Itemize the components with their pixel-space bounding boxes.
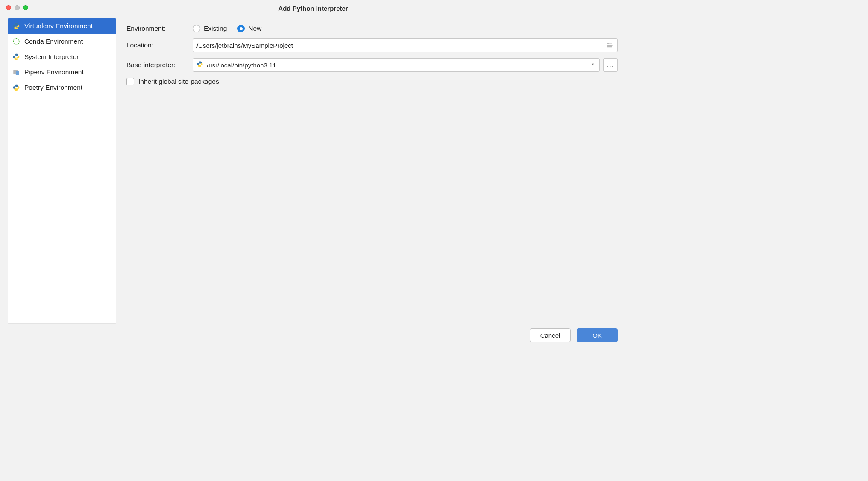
- environment-row: Environment: Existing New: [126, 25, 618, 32]
- location-row: Location:: [126, 38, 618, 52]
- cancel-button[interactable]: Cancel: [530, 328, 571, 342]
- minimize-window-button[interactable]: [15, 5, 20, 10]
- sidebar-item-label: Conda Environment: [24, 36, 83, 47]
- ellipsis-icon: ...: [607, 61, 614, 69]
- browse-interpreter-button[interactable]: ...: [603, 58, 618, 72]
- radio-existing[interactable]: Existing: [193, 25, 227, 32]
- radio-dot-icon: [193, 25, 200, 32]
- radio-dot-icon: [237, 25, 245, 32]
- form-panel: Environment: Existing New Location:: [116, 18, 626, 324]
- conda-icon: [12, 38, 20, 45]
- python-icon: [12, 84, 20, 91]
- environment-label: Environment:: [126, 25, 193, 32]
- titlebar: Add Python Interpreter: [0, 0, 626, 16]
- sidebar-item-label: System Interpreter: [24, 52, 79, 62]
- chevron-down-icon: [590, 61, 596, 69]
- location-input[interactable]: [196, 42, 605, 49]
- pipenv-icon: [12, 68, 20, 76]
- python-icon: [196, 61, 203, 69]
- folder-open-icon[interactable]: [605, 41, 614, 50]
- svg-point-0: [13, 38, 19, 44]
- sidebar-item-label: Pipenv Environment: [24, 67, 84, 77]
- ok-button[interactable]: OK: [577, 328, 618, 342]
- interpreter-type-sidebar: Virtualenv Environment Conda Environment…: [8, 18, 116, 324]
- base-interpreter-controls: /usr/local/bin/python3.11 ...: [193, 58, 618, 72]
- window-controls: [6, 5, 28, 10]
- sidebar-item-conda[interactable]: Conda Environment: [8, 34, 116, 49]
- python-icon: [12, 53, 20, 61]
- button-label: Cancel: [540, 332, 560, 339]
- sidebar-item-label: Poetry Environment: [24, 82, 82, 93]
- environment-radio-group: Existing New: [193, 25, 261, 32]
- maximize-window-button[interactable]: [23, 5, 28, 10]
- window-title: Add Python Interpreter: [278, 5, 348, 12]
- button-label: OK: [592, 332, 602, 339]
- python-icon: [12, 22, 20, 30]
- inherit-checkbox[interactable]: [126, 78, 134, 85]
- sidebar-item-virtualenv[interactable]: Virtualenv Environment: [8, 18, 116, 34]
- base-interpreter-value: /usr/local/bin/python3.11: [207, 62, 586, 69]
- inherit-label: Inherit global site-packages: [138, 78, 219, 85]
- dialog-body: Virtualenv Environment Conda Environment…: [0, 16, 626, 324]
- sidebar-item-system[interactable]: System Interpreter: [8, 49, 116, 65]
- close-window-button[interactable]: [6, 5, 11, 10]
- inherit-row: Inherit global site-packages: [126, 78, 618, 85]
- base-interpreter-combo[interactable]: /usr/local/bin/python3.11: [193, 58, 600, 72]
- sidebar-item-poetry[interactable]: Poetry Environment: [8, 80, 116, 95]
- base-interpreter-row: Base interpreter: /usr/local/bin/python3…: [126, 58, 618, 72]
- radio-label: Existing: [204, 25, 227, 32]
- dialog-footer: Cancel OK: [0, 324, 626, 347]
- location-input-wrap: [193, 38, 618, 52]
- location-label: Location:: [126, 41, 193, 49]
- svg-rect-2: [16, 71, 19, 75]
- radio-new[interactable]: New: [237, 25, 261, 32]
- radio-label: New: [248, 25, 261, 32]
- base-interpreter-label: Base interpreter:: [126, 61, 193, 69]
- sidebar-item-label: Virtualenv Environment: [24, 21, 93, 31]
- sidebar-item-pipenv[interactable]: Pipenv Environment: [8, 65, 116, 80]
